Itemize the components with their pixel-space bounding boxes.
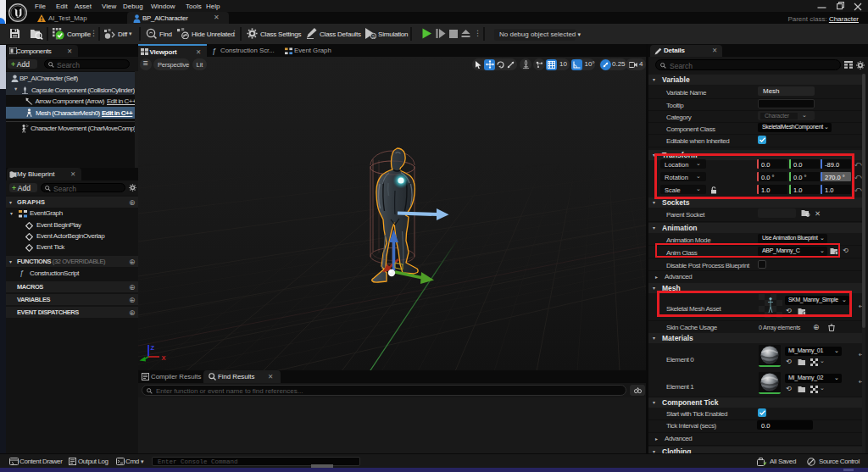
svg-text:Z: Z xyxy=(151,344,155,352)
svg-text:S: S xyxy=(372,34,376,39)
svg-text:X: X xyxy=(162,354,166,362)
